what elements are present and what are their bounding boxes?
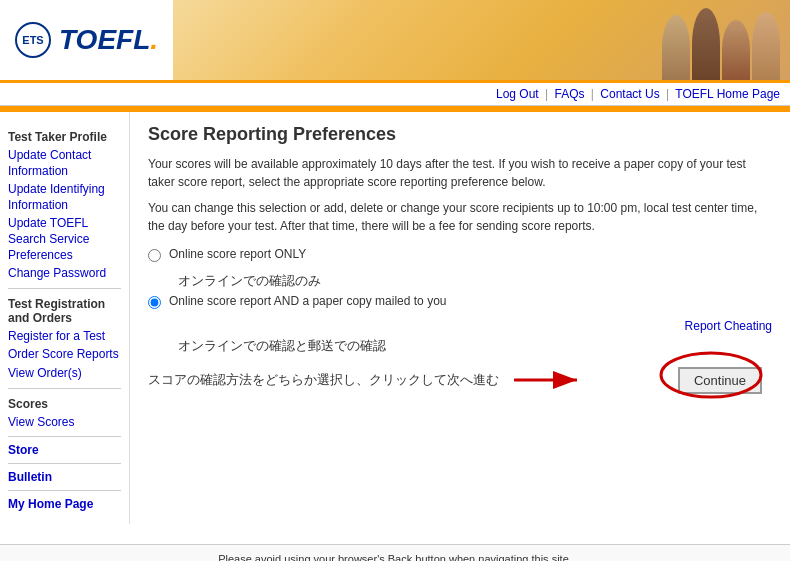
figure4 — [752, 12, 780, 80]
logout-link[interactable]: Log Out — [496, 87, 539, 101]
content-area: Score Reporting Preferences Your scores … — [130, 112, 790, 524]
option1-row: Online score report ONLY — [148, 247, 772, 262]
sidebar-divider5 — [8, 490, 121, 491]
toefl-logo: TOEFL. — [59, 24, 158, 56]
sidebar-divider1 — [8, 288, 121, 289]
figure1 — [662, 15, 690, 80]
sidebar-item-view-scores[interactable]: View Scores — [8, 415, 121, 431]
option1-radio[interactable] — [148, 249, 161, 262]
option1-japanese: オンラインでの確認のみ — [178, 272, 772, 290]
figure3 — [722, 20, 750, 80]
sidebar-item-order-reports[interactable]: Order Score Reports — [8, 347, 121, 363]
figure2 — [692, 8, 720, 80]
option1-label[interactable]: Online score report ONLY — [169, 247, 306, 261]
option2-japanese: オンラインでの確認と郵送での確認 — [178, 337, 772, 355]
report-cheating-link[interactable]: Report Cheating — [685, 319, 772, 333]
toefl-home-link[interactable]: TOEFL Home Page — [675, 87, 780, 101]
continue-button-container: Continue — [678, 367, 762, 394]
sidebar-divider4 — [8, 463, 121, 464]
sidebar-item-register-test[interactable]: Register for a Test — [8, 329, 121, 345]
header-banner — [173, 0, 790, 80]
paragraph2: You can change this selection or add, de… — [148, 199, 772, 235]
sidebar-item-update-identifying[interactable]: Update Identifying Information — [8, 182, 121, 213]
sidebar-divider3 — [8, 436, 121, 437]
option2-radio[interactable] — [148, 296, 161, 309]
toefl-dot: . — [150, 24, 158, 55]
sidebar-item-update-toefl-search[interactable]: Update TOEFL Search Service Preferences — [8, 216, 121, 263]
sidebar-item-bulletin[interactable]: Bulletin — [8, 470, 121, 484]
sidebar-item-change-password[interactable]: Change Password — [8, 266, 121, 282]
sidebar-item-my-home-page[interactable]: My Home Page — [8, 497, 121, 511]
option2-row: Online score report AND a paper copy mai… — [148, 294, 772, 309]
logo-area: ETS TOEFL. — [0, 12, 173, 68]
sidebar: Test Taker Profile Update Contact Inform… — [0, 112, 130, 524]
radio-section: Online score report ONLY オンラインでの確認のみ Onl… — [148, 247, 772, 395]
contact-us-link[interactable]: Contact Us — [600, 87, 659, 101]
continue-button[interactable]: Continue — [678, 367, 762, 394]
header: ETS TOEFL. — [0, 0, 790, 83]
annotation-text: スコアの確認方法をどちらか選択し、クリックして次へ進む — [148, 371, 499, 389]
faqs-link[interactable]: FAQs — [555, 87, 585, 101]
main-layout: Test Taker Profile Update Contact Inform… — [0, 112, 790, 524]
sidebar-divider2 — [8, 388, 121, 389]
footer-line1: Please avoid using your browser's Back b… — [8, 553, 782, 561]
banner-figures — [662, 8, 790, 80]
nav-bar: Log Out | FAQs | Contact Us | TOEFL Home… — [0, 83, 790, 106]
sidebar-item-store[interactable]: Store — [8, 443, 121, 457]
sidebar-item-view-orders[interactable]: View Order(s) — [8, 366, 121, 382]
toefl-text: TOEFL — [59, 24, 150, 55]
page-title: Score Reporting Preferences — [148, 124, 772, 145]
sidebar-section-profile: Test Taker Profile — [8, 130, 121, 144]
sidebar-section-scores: Scores — [8, 397, 121, 411]
footer: Please avoid using your browser's Back b… — [0, 544, 790, 561]
sidebar-section-registration: Test Registration and Orders — [8, 297, 121, 325]
ets-logo: ETS — [15, 22, 51, 58]
arrow-icon — [509, 365, 589, 395]
sidebar-item-update-contact[interactable]: Update Contact Information — [8, 148, 121, 179]
option2-label[interactable]: Online score report AND a paper copy mai… — [169, 294, 446, 308]
paragraph1: Your scores will be available approximat… — [148, 155, 772, 191]
